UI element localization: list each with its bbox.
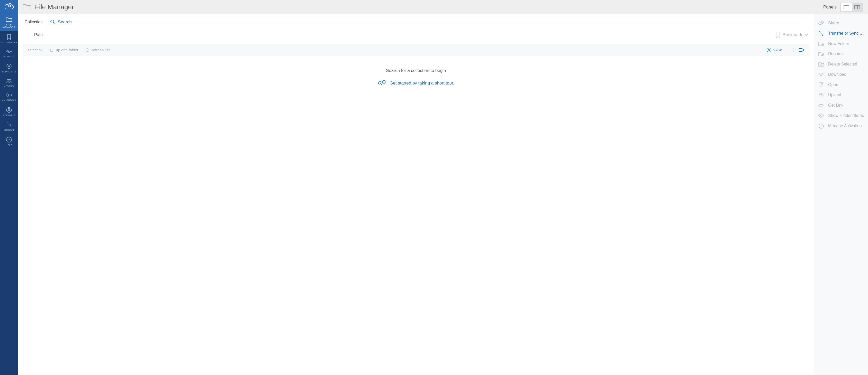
action-open: Open	[814, 80, 868, 90]
svg-point-9	[8, 108, 10, 110]
action-newfolder: New Folder	[814, 38, 868, 49]
nav-endpoints[interactable]: ENDPOINTS	[0, 60, 18, 75]
rename-icon	[818, 51, 825, 57]
console-icon: A	[6, 93, 12, 97]
nav-label: ACCOUNT	[0, 114, 18, 116]
svg-rect-12	[844, 5, 849, 9]
action-label: Delete Selected	[828, 62, 857, 67]
external-icon: ⧉	[14, 99, 17, 101]
nav-bookmarks[interactable]: BOOKMARKS	[0, 31, 18, 46]
action-label: Transfer or Sync to...	[828, 31, 864, 36]
collection-label: Collection	[23, 20, 43, 24]
nav-account[interactable]: ACCOUNT	[0, 104, 18, 119]
svg-point-3	[8, 66, 10, 67]
path-row: Path Bookmark	[18, 28, 814, 44]
svg-rect-24	[818, 104, 821, 106]
svg-rect-14	[858, 5, 860, 9]
action-label: Download	[828, 72, 846, 77]
dual-panel-button[interactable]	[852, 3, 863, 11]
folder-icon	[6, 17, 12, 22]
nav-logout[interactable]: LOGOUT	[0, 119, 18, 134]
panels-label: Panels	[823, 5, 837, 10]
collection-search-input[interactable]	[58, 20, 806, 25]
list-toolbar: select all up one folder refresh list	[23, 44, 809, 56]
upload-icon	[818, 92, 825, 98]
tour-link[interactable]: Get started by taking a short tour.	[378, 80, 454, 87]
single-panel-button[interactable]	[841, 3, 852, 11]
svg-text:g: g	[9, 5, 10, 7]
bookmark-button[interactable]: Bookmark	[774, 32, 809, 38]
action-label: Manage Activation	[828, 124, 862, 128]
eye-icon	[818, 113, 825, 118]
panel-toggle	[840, 3, 863, 12]
svg-point-5	[9, 79, 11, 81]
svg-rect-25	[821, 104, 823, 106]
action-power: Manage Activation	[814, 121, 868, 131]
nav-console[interactable]: A CONSOLE⧉	[0, 90, 18, 104]
nav-label: CONSOLE⧉	[0, 99, 18, 101]
path-label: Path	[23, 33, 43, 37]
main-area: File Manager Panels Collection	[18, 0, 868, 375]
file-list-area: Search for a collection to begin Get sta…	[23, 56, 809, 370]
left-sidebar: g FILE MANAGER BOOKMARKS ACTIVITY ENDPOI…	[0, 0, 18, 375]
nav-label: ACTIVITY	[0, 55, 18, 58]
nav-label: FILE MANAGER	[0, 23, 18, 29]
bookmark-label: Bookmark	[782, 32, 802, 37]
collection-row: Collection	[18, 14, 814, 28]
newfolder-icon	[818, 41, 825, 46]
action-download: Download	[814, 69, 868, 80]
refresh-button[interactable]: refresh list	[85, 48, 110, 53]
bookmark-icon	[776, 32, 780, 38]
view-options-button[interactable]: view	[766, 47, 782, 53]
delete-icon	[818, 61, 825, 67]
svg-text:?: ?	[8, 138, 10, 142]
svg-rect-13	[855, 5, 857, 9]
action-delete: Delete Selected	[814, 59, 868, 69]
refresh-icon	[85, 48, 90, 53]
path-field[interactable]	[47, 30, 770, 40]
up-folder-icon	[49, 48, 54, 52]
action-upload: Upload	[814, 90, 868, 100]
open-icon	[818, 82, 825, 88]
power-icon	[818, 123, 825, 129]
svg-point-26	[820, 115, 822, 116]
nav-file-manager[interactable]: FILE MANAGER	[0, 14, 18, 31]
action-label: Upload	[828, 93, 841, 97]
svg-point-20	[383, 81, 384, 82]
download-icon	[818, 72, 825, 77]
chevron-down-icon	[805, 34, 808, 36]
nav-label: ENDPOINTS	[0, 70, 18, 73]
search-icon	[50, 20, 55, 25]
nav-label: LOGOUT	[0, 129, 18, 131]
up-one-folder-button[interactable]: up one folder	[49, 48, 79, 52]
action-label: New Folder	[828, 41, 849, 46]
page-title: File Manager	[35, 3, 74, 11]
svg-point-18	[380, 83, 381, 84]
disc-icon	[6, 63, 12, 69]
logout-icon	[6, 122, 12, 127]
globus-cloud-icon: g	[4, 3, 14, 11]
folder-icon	[23, 4, 31, 11]
collapse-panel-button[interactable]	[794, 48, 805, 53]
action-share: Share	[814, 18, 868, 28]
svg-point-22	[822, 21, 824, 23]
bookmark-icon	[7, 34, 11, 40]
action-eye: Show Hidden Items	[814, 110, 868, 121]
action-label: Get Link	[828, 103, 844, 108]
nav-help[interactable]: ? HELP	[0, 134, 18, 149]
nav-activity[interactable]: ACTIVITY	[0, 46, 18, 60]
action-label: Open	[828, 82, 838, 87]
action-rename: Rename	[814, 49, 868, 59]
nav-label: BOOKMARKS	[0, 41, 18, 44]
account-icon	[6, 107, 12, 113]
link-icon	[818, 102, 825, 108]
path-input[interactable]	[50, 32, 767, 37]
action-transfer[interactable]: Transfer or Sync to...	[814, 28, 868, 38]
action-label: Rename	[828, 52, 844, 56]
nav-label: GROUPS	[0, 84, 18, 87]
app-logo[interactable]: g	[0, 0, 18, 14]
nav-groups[interactable]: GROUPS	[0, 75, 18, 90]
collapse-icon	[799, 48, 805, 53]
select-all-button[interactable]: select all	[28, 48, 42, 52]
collection-search-field[interactable]	[47, 17, 809, 27]
